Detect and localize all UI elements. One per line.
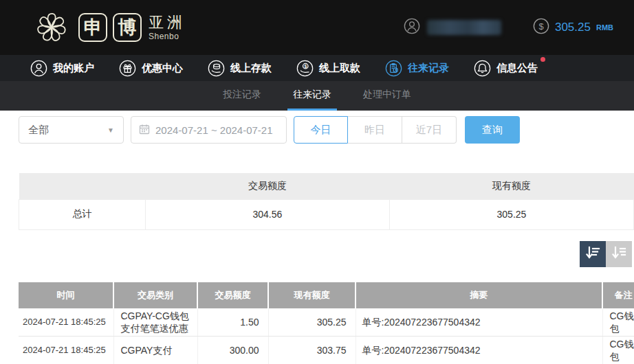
record-subtabs: 投注记录 往来记录 处理中订单: [0, 81, 634, 111]
nav-item-records[interactable]: 往来记录: [385, 60, 449, 77]
summary-header-transaction: 交易额度: [145, 173, 389, 199]
sort-descending-button[interactable]: [580, 241, 606, 267]
col-balance: 现有额度: [268, 282, 356, 308]
search-button[interactable]: 查询: [465, 116, 520, 144]
nav-item-my-account[interactable]: 我的账户: [30, 60, 94, 77]
date-range-input[interactable]: 2024-07-21 ~ 2024-07-21: [131, 116, 287, 144]
notification-badge: [540, 57, 545, 62]
type-select-value: 全部: [28, 124, 49, 137]
col-time: 时间: [19, 282, 113, 308]
filter-bar: 全部 ▼ 2024-07-21 ~ 2024-07-21 今日 昨日 近7日 查…: [19, 116, 634, 144]
records-table: 时间 交易类别 交易额度 现有额度 摘要 备注 2024-07-21 18:45…: [19, 282, 634, 364]
records-header-row: 时间 交易类别 交易额度 现有额度 摘要 备注: [19, 282, 634, 308]
calendar-icon: [139, 124, 150, 137]
balance-dollar-icon: $: [533, 18, 549, 37]
main-nav: 我的账户 优惠中心 线上存款: [0, 55, 634, 81]
user-avatar-icon[interactable]: [404, 18, 420, 37]
summary-total-row: 总计 304.56 305.25: [19, 199, 634, 229]
summary-table: 交易额度 现有额度 总计 304.56 305.25: [19, 173, 634, 230]
user-icon: [30, 60, 47, 77]
col-type: 交易类别: [113, 282, 197, 308]
sort-descending-icon: [584, 244, 601, 263]
svg-text:$: $: [304, 63, 307, 69]
logo-flower-icon: [30, 6, 73, 49]
nav-item-promotions[interactable]: 优惠中心: [119, 60, 183, 77]
logo[interactable]: 申 博 亚洲 Shenbo: [30, 6, 186, 49]
quick-range-yesterday[interactable]: 昨日: [348, 116, 402, 144]
content-area: 全部 ▼ 2024-07-21 ~ 2024-07-21 今日 昨日 近7日 查…: [0, 116, 634, 364]
summary-header-empty: [19, 173, 146, 199]
date-range-value: 2024-07-21 ~ 2024-07-21: [155, 124, 273, 136]
logo-char-bo: 博: [113, 13, 142, 42]
table-row: 2024-07-21 18:45:25 CGPAY-CG钱包支付笔笔送优惠 1.…: [19, 308, 634, 337]
summary-header-balance: 现有额度: [389, 173, 633, 199]
quick-range-today[interactable]: 今日: [294, 116, 348, 144]
table-row: 2024-07-21 18:45:25 CGPAY支付 300.00 303.7…: [19, 336, 634, 364]
tab-betting-records[interactable]: 投注记录: [217, 81, 267, 111]
logo-region: 亚洲: [149, 15, 186, 30]
top-header: 申 博 亚洲 Shenbo $ 305.25 RMB: [0, 0, 634, 55]
summary-total-balance: 305.25: [389, 199, 633, 229]
tab-transaction-records[interactable]: 往来记录: [287, 81, 337, 111]
bell-icon: [474, 60, 491, 77]
chevron-down-icon: ▼: [107, 126, 114, 134]
quick-range-group: 今日 昨日 近7日: [294, 116, 457, 144]
col-note: 备注: [602, 282, 634, 308]
tab-processing-orders[interactable]: 处理中订单: [358, 81, 417, 111]
deposit-icon: [208, 60, 225, 77]
nav-item-deposit[interactable]: 线上存款: [208, 60, 272, 77]
summary-total-label: 总计: [19, 199, 146, 229]
summary-total-transaction: 304.56: [145, 199, 389, 229]
username-blurred: [427, 20, 501, 35]
logo-subtitle: Shenbo: [149, 32, 186, 41]
balance-currency: RMB: [596, 23, 613, 32]
quick-range-7days[interactable]: 近7日: [402, 116, 457, 144]
sort-ascending-button[interactable]: [606, 241, 632, 267]
gift-icon: [119, 60, 136, 77]
withdraw-icon: $: [296, 60, 314, 77]
sort-ascending-icon: [611, 244, 627, 263]
logo-char-shen: 申: [78, 13, 107, 42]
sort-controls: [19, 241, 634, 267]
type-select[interactable]: 全部 ▼: [19, 116, 124, 144]
col-summary: 摘要: [356, 282, 602, 308]
account-area: $ 305.25 RMB: [404, 18, 613, 37]
col-amount: 交易额度: [197, 282, 268, 308]
svg-text:$: $: [538, 21, 543, 32]
nav-item-announcements[interactable]: 信息公告: [474, 60, 538, 77]
balance-amount[interactable]: 305.25: [555, 21, 591, 34]
nav-item-withdraw[interactable]: $ 线上取款: [296, 60, 360, 77]
records-icon: [385, 60, 402, 77]
